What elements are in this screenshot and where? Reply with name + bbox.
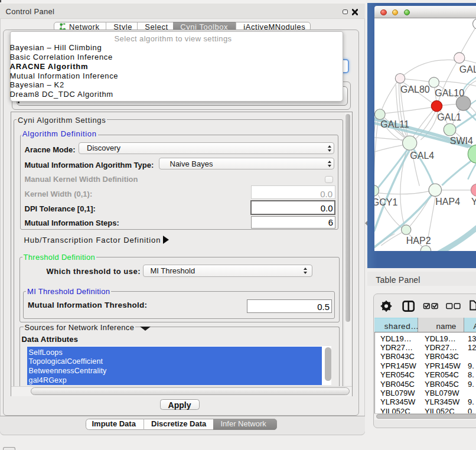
- svg-text:SWI4: SWI4: [449, 136, 472, 146]
- svg-text:GAL1: GAL1: [437, 112, 461, 122]
- svg-text:GCY1: GCY1: [374, 197, 397, 207]
- svg-text:Y: Y: [471, 197, 476, 207]
- svg-text:GAL4: GAL4: [410, 151, 434, 161]
- svg-text:GAL7: GAL7: [459, 64, 475, 74]
- svg-text:HAP4: HAP4: [435, 197, 460, 207]
- svg-text:GAL80: GAL80: [400, 84, 430, 94]
- svg-text:GAL11: GAL11: [380, 119, 409, 129]
- svg-text:HAP2: HAP2: [406, 236, 431, 246]
- svg-text:GAL10: GAL10: [435, 88, 464, 98]
